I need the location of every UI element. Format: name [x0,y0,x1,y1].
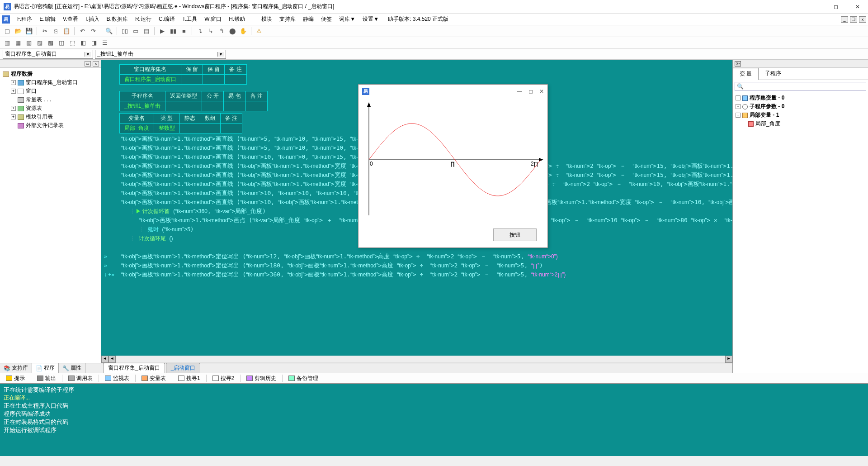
tb2-icon-8[interactable]: ◧ [79,38,88,48]
tree-node-programset[interactable]: + 窗口程序集_启动窗口 [3,78,98,87]
menu-edit[interactable]: E.编辑 [36,15,59,23]
tb2-icon-7[interactable]: ⬚ [68,38,77,48]
run-window[interactable]: 易 — ◻ ✕ 0 ∏ 2∏ 按钮 [358,84,548,248]
panel-float-button[interactable]: ▭ [85,61,91,67]
scroll-right-icon[interactable]: ► [725,356,732,363]
editor-tab-programset[interactable]: 窗口程序集_启动窗口 [103,363,165,373]
menu-insert[interactable]: I.插入 [82,15,103,23]
menu-program[interactable]: F.程序 [14,15,36,23]
menu-notes[interactable]: 便签 [317,15,335,23]
tree-node-resources[interactable]: + 资源表 [3,104,98,113]
tab-variables[interactable]: 变 量 [733,68,759,80]
tab-callstack[interactable]: 调用表 [64,373,97,384]
step-into-icon[interactable]: ↴ [195,27,204,36]
menu-settings[interactable]: 设置▼ [359,15,382,23]
stop-icon[interactable]: ■ [179,27,189,36]
tb2-icon-9[interactable]: ◨ [90,38,99,48]
code-line[interactable]: ↓ +»“tk-obj”>画板“tk-num”>1.“tk-method”>定位… [119,270,732,279]
collapse-icon[interactable]: - [736,104,741,109]
maximize-button[interactable]: ◻ [829,4,843,10]
search-input[interactable]: 🔍 [735,82,866,91]
run-maximize-button[interactable]: ◻ [528,88,533,95]
new-file-icon[interactable]: ▢ [3,27,12,36]
tab-hints[interactable]: 提示 [2,373,29,384]
scroll-left2-icon[interactable]: ◄ [108,356,116,363]
mdi-minimize-button[interactable]: _ [841,16,848,23]
tab-vartable[interactable]: 变量表 [137,373,170,384]
menu-run[interactable]: R.运行 [132,15,155,23]
tree-node-external[interactable]: 外部文件记录表 [3,121,98,130]
help-icon[interactable]: ⚠ [255,27,264,36]
close-button[interactable]: ✕ [851,4,864,10]
copy-icon[interactable]: ⎘ [51,27,60,36]
run-close-button[interactable]: ✕ [539,88,544,95]
pin-icon[interactable]: ≫ [735,61,741,67]
tab-support-lib[interactable]: 📚支持库 [0,363,32,373]
editor-tab-window[interactable]: _启动窗口 [166,363,201,373]
cut-icon[interactable]: ✂ [40,27,49,36]
tab-cliphistory[interactable]: 剪辑历史 [242,373,280,384]
menu-dictionary[interactable]: 词库▼ [335,15,359,23]
run-window-titlebar[interactable]: 易 — ◻ ✕ [359,85,547,98]
menu-static-compile[interactable]: 静编 [299,15,317,23]
minimize-button[interactable]: — [807,4,821,10]
mdi-close-button[interactable]: x [859,16,866,23]
collapse-icon[interactable]: - [736,95,741,100]
tab-program[interactable]: 📄程序 [32,363,59,373]
menu-tools[interactable]: T.工具 [179,15,201,23]
paste-icon[interactable]: 📋 [62,27,71,36]
run-minimize-button[interactable]: — [517,88,522,95]
step-over-icon[interactable]: ↳ [206,27,215,36]
expand-icon[interactable]: + [11,114,16,119]
breakpoint-icon[interactable]: ⬤ [228,27,237,36]
tree-node-window[interactable]: + 窗口 [3,87,98,95]
programset-dropdown[interactable]: 窗口程序集_启动窗口 ▼ [3,50,93,59]
tb2-icon-4[interactable]: ▨ [35,38,44,48]
scroll-left-icon[interactable]: ◄ [101,356,108,363]
tree-root[interactable]: 程序数据 [3,70,98,78]
var-local-angle[interactable]: 局部_角度 [736,119,865,128]
tree-node-modules[interactable]: + 模块引用表 [3,113,98,121]
subroutine-dropdown[interactable]: _按钮1_被单击 ▼ [95,50,226,59]
tab-search2[interactable]: 搜寻2 [208,373,239,384]
code-line[interactable]: »“tk-obj”>画板“tk-num”>1.“tk-method”>定位写出 … [119,261,732,270]
var-group-locals[interactable]: - 局部变量 - 1 [736,111,865,119]
tb2-icon-1[interactable]: ▥ [3,38,12,48]
tree-node-constants[interactable]: 常量表 . . . [3,95,98,104]
horizontal-scrollbar[interactable]: ◄ ◄ ► [101,356,732,363]
expand-icon[interactable]: + [11,80,16,85]
mdi-restore-button[interactable]: ❐ [850,16,857,23]
collapse-icon[interactable]: - [736,113,741,118]
open-file-icon[interactable]: 📂 [14,27,23,36]
menu-module[interactable]: 模块 [258,15,276,23]
menu-support-lib[interactable]: 支持库 [276,15,299,23]
expand-icon[interactable]: + [11,89,16,94]
tab-watch[interactable]: 监视表 [101,373,133,384]
tb2-icon-6[interactable]: ◫ [57,38,66,48]
menu-view[interactable]: V.查看 [59,15,82,23]
tab-output[interactable]: 输出 [33,373,60,384]
tb2-icon-3[interactable]: ▧ [24,38,33,48]
panel-close-button[interactable]: x [93,61,99,67]
expand-icon[interactable]: + [11,106,16,111]
layout2-icon[interactable]: ▭ [131,27,140,36]
tb2-icon-10[interactable]: ☰ [100,38,109,48]
step-out-icon[interactable]: ↰ [217,27,226,36]
tab-properties[interactable]: 🔧属性 [59,363,85,373]
run-icon[interactable]: ▶ [158,27,167,36]
code-line[interactable]: »“tk-obj”>画板“tk-num”>1.“tk-method”>定位写出 … [119,252,732,261]
menu-database[interactable]: B.数据库 [103,15,132,23]
menu-window[interactable]: W.窗口 [201,15,225,23]
var-group-programset[interactable]: - 程序集变量 - 0 [736,94,865,102]
run-button[interactable]: 按钮 [493,228,537,241]
layout1-icon[interactable]: ▯▯ [120,27,129,36]
tab-search1[interactable]: 搜寻1 [174,373,204,384]
tab-backup[interactable]: 备份管理 [284,373,322,384]
menu-help[interactable]: H.帮助 [225,15,249,23]
tb2-icon-5[interactable]: ▩ [46,38,55,48]
save-file-icon[interactable]: 💾 [24,27,33,36]
redo-icon[interactable]: ↷ [89,27,98,36]
cursor-icon[interactable]: ✋ [239,27,248,36]
tb2-icon-2[interactable]: ▦ [14,38,23,48]
menu-compile[interactable]: C.编译 [155,15,179,23]
